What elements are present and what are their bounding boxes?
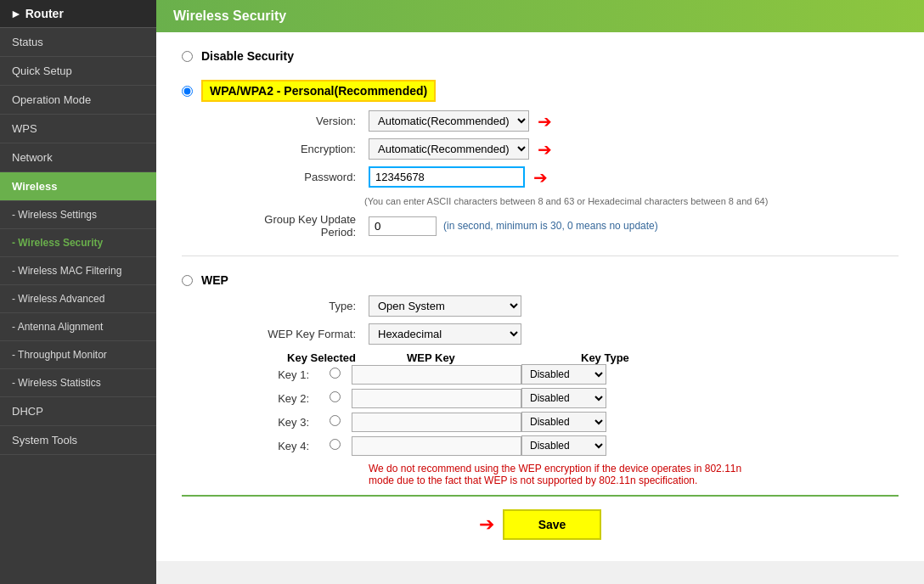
- sidebar-item-wireless[interactable]: Wireless: [0, 172, 156, 201]
- wpa-form: Version: Automatic(Recommended) ➔ Encryp…: [233, 110, 899, 188]
- encryption-arrow: ➔: [538, 139, 552, 160]
- sidebar-item-status[interactable]: Status: [0, 28, 156, 57]
- wep-key-1-label: Key 1:: [233, 368, 318, 381]
- wep-key-4-row: Key 4: Disabled: [233, 435, 899, 456]
- save-area: ➔ Save: [182, 495, 899, 553]
- version-select[interactable]: Automatic(Recommended): [369, 110, 529, 132]
- wep-key-1-type[interactable]: Disabled: [521, 364, 606, 385]
- wep-key-1-radio[interactable]: [330, 368, 341, 379]
- disable-security-radio[interactable]: [182, 51, 193, 62]
- wep-section: WEP Type: Open System WEP Key Format: He…: [182, 273, 899, 486]
- wep-key-2-label: Key 2:: [233, 392, 318, 405]
- wep-type-row: Type: Open System: [233, 295, 899, 317]
- wep-key-1-row: Key 1: Disabled: [233, 364, 899, 385]
- logo: ► Router: [0, 0, 156, 28]
- encryption-row: Encryption: Automatic(Recommended) ➔: [233, 138, 899, 160]
- wep-key-3-radio[interactable]: [330, 415, 341, 426]
- encryption-label: Encryption:: [233, 143, 369, 155]
- wpa-label[interactable]: WPA/WPA2 - Personal(Recommended): [201, 80, 436, 102]
- save-arrow: ➔: [479, 514, 494, 536]
- wep-keys-header: Key Selected WEP Key Key Type: [233, 351, 899, 364]
- disable-security-section: Disable Security: [182, 49, 899, 63]
- sidebar: ► Router Status Quick Setup Operation Mo…: [0, 0, 156, 584]
- password-arrow: ➔: [533, 167, 548, 188]
- wep-key-3-type[interactable]: Disabled: [521, 412, 606, 432]
- password-hint: (You can enter ASCII characters between …: [364, 196, 899, 206]
- sidebar-item-network[interactable]: Network: [0, 143, 156, 172]
- wep-type-label: Type:: [233, 300, 369, 312]
- sidebar-item-wireless-security[interactable]: - Wireless Security: [0, 229, 156, 257]
- wep-key-2-radio[interactable]: [330, 391, 341, 402]
- password-input[interactable]: [369, 166, 525, 188]
- wep-key-3-row: Key 3: Disabled: [233, 412, 899, 432]
- wep-key-4-radio[interactable]: [330, 439, 341, 450]
- sidebar-item-wireless-statistics[interactable]: - Wireless Statistics: [0, 369, 156, 397]
- wpa-section: WPA/WPA2 - Personal(Recommended) Version…: [182, 80, 899, 239]
- version-label: Version:: [233, 115, 369, 127]
- group-key-hint: (in second, minimum is 30, 0 means no up…: [443, 220, 658, 232]
- wpa-radio[interactable]: [182, 86, 193, 97]
- wep-key-3-input[interactable]: [352, 413, 521, 432]
- password-label: Password:: [233, 171, 369, 183]
- wep-key-header: WEP Key: [403, 351, 581, 364]
- wep-key-4-input[interactable]: [352, 436, 521, 456]
- page-title: Wireless Security: [173, 8, 286, 23]
- sidebar-item-dhcp[interactable]: DHCP: [0, 397, 156, 426]
- disable-security-label[interactable]: Disable Security: [201, 49, 294, 63]
- wep-key-2-type[interactable]: Disabled: [521, 388, 606, 408]
- sidebar-item-wps[interactable]: WPS: [0, 115, 156, 143]
- password-row: Password: ➔: [233, 166, 899, 188]
- wep-format-select[interactable]: Hexadecimal: [369, 323, 521, 345]
- version-arrow: ➔: [538, 111, 552, 132]
- key-selected-header: Key Selected: [233, 351, 369, 364]
- wep-key-1-input[interactable]: [352, 365, 521, 385]
- wep-type-select[interactable]: Open System: [369, 295, 521, 317]
- group-key-row: Group Key Update Period: (in second, min…: [233, 213, 899, 239]
- wep-key-2-input[interactable]: [352, 389, 521, 408]
- version-row: Version: Automatic(Recommended) ➔: [233, 110, 899, 132]
- wep-key-4-type[interactable]: Disabled: [521, 435, 606, 456]
- sidebar-item-wireless-mac[interactable]: - Wireless MAC Filtering: [0, 257, 156, 285]
- sidebar-item-quick-setup[interactable]: Quick Setup: [0, 57, 156, 86]
- wep-format-row: WEP Key Format: Hexadecimal: [233, 323, 899, 345]
- page-header: Wireless Security: [156, 0, 924, 32]
- sidebar-item-wireless-advanced[interactable]: - Wireless Advanced: [0, 285, 156, 313]
- sidebar-item-antenna-alignment[interactable]: - Antenna Alignment: [0, 313, 156, 341]
- group-key-input[interactable]: [369, 216, 437, 236]
- wep-key-2-row: Key 2: Disabled: [233, 388, 899, 408]
- wep-key-3-label: Key 3:: [233, 416, 318, 429]
- sidebar-item-operation-mode[interactable]: Operation Mode: [0, 86, 156, 115]
- wep-key-4-label: Key 4:: [233, 440, 318, 452]
- wep-warning: We do not recommend using the WEP encryp…: [369, 463, 759, 486]
- sidebar-item-throughput-monitor[interactable]: - Throughput Monitor: [0, 341, 156, 369]
- wep-label[interactable]: WEP: [201, 273, 228, 287]
- encryption-select[interactable]: Automatic(Recommended): [369, 138, 529, 160]
- wep-radio[interactable]: [182, 275, 193, 286]
- group-key-label: Group Key Update Period:: [233, 213, 369, 239]
- key-type-header: Key Type: [581, 351, 666, 364]
- wep-form: Type: Open System WEP Key Format: Hexade…: [233, 295, 899, 486]
- main-content: Wireless Security Disable Security WPA/W…: [156, 0, 924, 584]
- sidebar-item-system-tools[interactable]: System Tools: [0, 426, 156, 455]
- wep-format-label: WEP Key Format:: [233, 328, 369, 340]
- sidebar-item-wireless-settings[interactable]: - Wireless Settings: [0, 201, 156, 229]
- save-button[interactable]: Save: [503, 509, 602, 540]
